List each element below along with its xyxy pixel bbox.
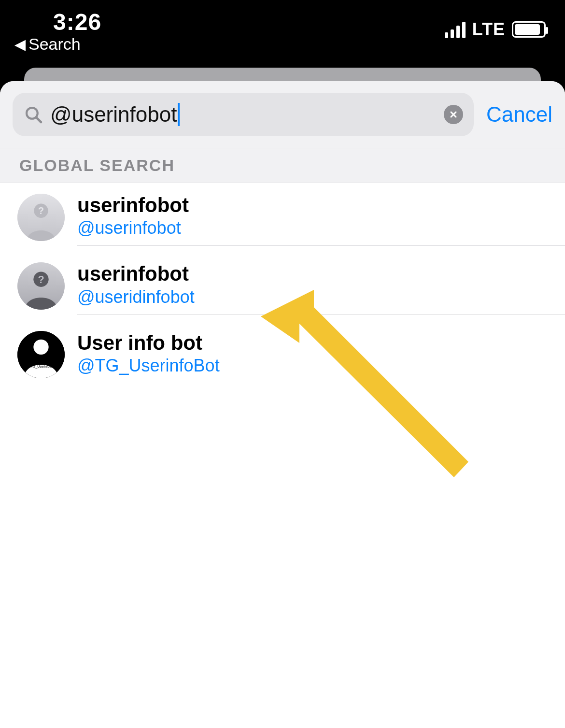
- search-result-row[interactable]: @TG_UserinfoBot User info bot @TG_Userin…: [0, 321, 565, 389]
- search-field[interactable]: @userinfobot: [13, 93, 474, 136]
- global-search-section-header: GLOBAL SEARCH: [0, 148, 565, 183]
- avatar-person-icon: @TG_UserinfoBot: [17, 331, 65, 378]
- battery-icon: [512, 21, 546, 38]
- clear-search-button[interactable]: [444, 105, 463, 124]
- avatar-caption: @TG_UserinfoBot: [28, 365, 55, 369]
- svg-line-1: [36, 117, 41, 122]
- search-header: @userinfobot Cancel: [0, 81, 565, 148]
- back-label: Search: [28, 35, 81, 54]
- text-caret: [178, 103, 180, 126]
- result-handle: @userinfobot: [77, 217, 555, 239]
- result-handle: @TG_UserinfoBot: [77, 355, 555, 376]
- cellular-signal-icon: [445, 21, 466, 38]
- avatar: @TG_UserinfoBot: [17, 331, 65, 378]
- back-caret-icon: ◀: [14, 37, 26, 52]
- search-result-row[interactable]: ? userinfobot @userinfobot: [0, 183, 565, 252]
- search-results: ? userinfobot @userinfobot: [0, 183, 565, 389]
- result-name: userinfobot: [77, 262, 555, 285]
- result-handle: @useridinfobot: [77, 286, 555, 308]
- avatar: ?: [17, 262, 65, 310]
- result-text: userinfobot @useridinfobot: [77, 257, 565, 314]
- search-input-value: @userinfobot: [50, 102, 177, 127]
- svg-text:?: ?: [38, 274, 44, 286]
- avatar-placeholder-icon: ?: [17, 194, 65, 241]
- status-right: LTE: [445, 19, 546, 40]
- status-time: 3:26: [53, 9, 101, 35]
- result-name: User info bot: [77, 331, 555, 355]
- close-icon: [449, 110, 458, 119]
- cancel-button[interactable]: Cancel: [486, 102, 552, 127]
- search-input[interactable]: @userinfobot: [50, 93, 437, 136]
- screen: 3:26 LTE ◀ Search @userinfobot: [0, 0, 565, 728]
- avatar-placeholder-icon: ?: [17, 262, 65, 310]
- avatar: ?: [17, 194, 65, 241]
- result-text: userinfobot @userinfobot: [77, 189, 565, 246]
- search-sheet: @userinfobot Cancel GLOBAL SEARCH: [0, 81, 565, 728]
- svg-text:?: ?: [38, 205, 44, 216]
- result-name: userinfobot: [77, 194, 555, 217]
- network-label: LTE: [472, 19, 505, 40]
- result-text: User info bot @TG_UserinfoBot: [77, 327, 565, 383]
- search-result-row[interactable]: ? userinfobot @useridinfobot: [0, 252, 565, 320]
- svg-point-11: [33, 340, 48, 355]
- status-bar: 3:26 LTE ◀ Search: [0, 0, 565, 56]
- search-icon: [23, 104, 43, 125]
- back-to-app-button[interactable]: ◀ Search: [14, 35, 81, 54]
